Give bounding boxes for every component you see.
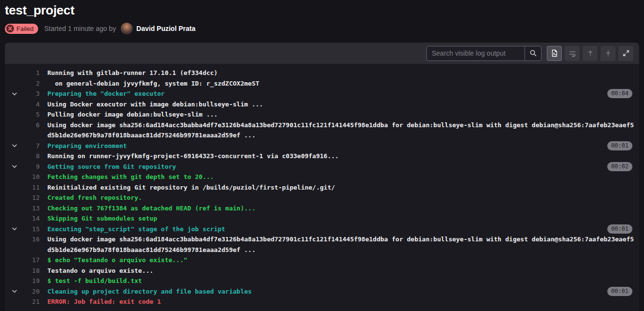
log-line-row: 3 Preparing the "docker" executor 00:04 [5,89,639,99]
page-title: test_project [5,2,639,18]
status-badge[interactable]: Failed [5,24,38,34]
expand-fullscreen-icon [622,49,630,57]
section-chevron-down-icon[interactable] [5,89,24,99]
job-meta-row: Failed Started 1 minute ago by David Puz… [5,22,639,35]
expand-fullscreen-button[interactable] [618,46,633,61]
line-number[interactable]: 1 [24,68,40,78]
search-icon [529,49,537,57]
line-text: ERROR: Job failed: exit code 1 [47,296,639,307]
log-line-row: 17 $ echo "Testando o arquivo existe..." [5,255,639,266]
scroll-to-bottom-button[interactable] [600,46,615,61]
section-duration-badge: 00:01 [607,141,632,150]
author-name[interactable]: David Puziol Prata [136,25,195,32]
line-number[interactable]: 16 [24,234,40,245]
log-line-row: 13 Checking out 767f1384 as detached HEA… [5,203,639,214]
scroll-to-bottom-icon [604,49,612,57]
line-text: Executing "step_script" stage of the job… [47,224,603,235]
section-duration-badge: 00:04 [607,89,632,98]
section-duration-badge: 00:02 [607,162,632,171]
line-number[interactable]: 3 [24,89,40,99]
line-text: Fetching changes with git depth set to 2… [47,172,639,182]
log-line-row: 9 Getting source from Git repository 00:… [5,162,639,172]
line-text: Using Docker executor with image debian:… [47,99,639,110]
line-number[interactable]: 5 [24,109,40,120]
section-chevron-down-icon[interactable] [5,224,24,235]
line-number[interactable]: 6 [24,120,40,131]
job-log-container: 1 Running with gitlab-runner 17.10.1 (ef… [5,43,639,311]
line-text: Reinitialized existing Git repository in… [47,182,639,193]
scroll-to-top-icon [586,49,594,57]
log-line-row: 2 on general-debian jyvyfkmfg, system ID… [5,78,639,89]
line-number[interactable]: 10 [24,172,40,182]
wrap-lines-button[interactable] [565,46,580,61]
line-number[interactable]: 18 [24,266,40,276]
line-text: Running with gitlab-runner 17.10.1 (ef33… [47,68,639,78]
section-chevron-down-icon[interactable] [5,141,24,151]
log-line-row: 6 Using docker image sha256:6ad184acc3ba… [5,120,639,141]
job-header: test_project Failed Started 1 minute ago… [0,0,644,35]
line-text: Skipping Git submodules setup [47,213,639,224]
log-line-row: 10 Fetching changes with git depth set t… [5,172,639,182]
section-chevron-down-icon[interactable] [5,286,24,297]
started-text: Started 1 minute ago by [44,25,116,32]
log-line-row: 15 Executing "step_script" stage of the … [5,224,639,235]
log-toolbar [5,43,639,64]
log-line-row: 20 Cleaning up project directory and fil… [5,286,639,297]
line-number[interactable]: 2 [24,78,40,89]
line-text: $ echo "Testando o arquivo existe..." [47,255,639,266]
line-text: Testando o arquivo existe... [47,266,639,276]
status-badge-label: Failed [16,25,33,33]
line-text: Preparing the "docker" executor [47,89,603,99]
line-number[interactable]: 19 [24,276,40,286]
line-text: Checking out 767f1384 as detached HEAD (… [47,203,639,214]
line-text: Cleaning up project directory and file b… [47,286,603,297]
line-text: Using docker image sha256:6ad184acc3babb… [47,120,639,141]
line-number[interactable]: 11 [24,182,40,193]
log-line-row: 7 Preparing environment 00:01 [5,141,639,151]
line-number[interactable]: 12 [24,193,40,203]
status-failed-icon [6,25,14,32]
line-number[interactable]: 17 [24,255,40,266]
log-output: 1 Running with gitlab-runner 17.10.1 (ef… [5,64,639,311]
line-number[interactable]: 9 [24,162,40,172]
log-line-row: 19 $ test -f build/build.txt [5,276,639,286]
log-line-row: 12 Created fresh repository. [5,193,639,203]
line-text: $ test -f build/build.txt [47,276,639,286]
search-button[interactable] [525,46,541,60]
line-number[interactable]: 14 [24,213,40,224]
log-line-row: 21 ERROR: Job failed: exit code 1 [5,296,639,307]
log-line-row: 5 Pulling docker image debian:bullseye-s… [5,109,639,120]
log-line-row: 14 Skipping Git submodules setup [5,213,639,224]
line-number[interactable]: 13 [24,203,40,214]
wrap-lines-icon [569,49,576,57]
line-text: Running on runner-jyvyfkmfg-project-6916… [47,151,639,162]
log-line-row: 8 Running on runner-jyvyfkmfg-project-69… [5,151,639,162]
raw-log-file-icon [551,49,558,57]
line-number[interactable]: 4 [24,99,40,110]
line-text: on general-debian jyvyfkmfg, system ID: … [47,78,639,89]
line-number[interactable]: 8 [24,151,40,162]
section-chevron-down-icon[interactable] [5,162,24,172]
line-number[interactable]: 21 [24,296,40,307]
log-line-row: 4 Using Docker executor with image debia… [5,99,639,110]
line-text: Using docker image sha256:6ad184acc3babb… [47,234,639,255]
log-line-row: 18 Testando o arquivo existe... [5,266,639,276]
log-lines: 1 Running with gitlab-runner 17.10.1 (ef… [5,68,639,307]
section-duration-badge: 00:01 [607,287,632,296]
line-text: Preparing environment [47,141,603,151]
section-duration-badge: 00:01 [607,224,632,234]
line-number[interactable]: 15 [24,224,40,235]
log-line-row: 1 Running with gitlab-runner 17.10.1 (ef… [5,68,639,78]
search-input[interactable] [427,46,525,60]
line-number[interactable]: 7 [24,141,40,151]
avatar[interactable] [121,23,132,34]
line-text: Pulling docker image debian:bullseye-sli… [47,109,639,120]
line-text: Getting source from Git repository [47,162,603,172]
log-line-row: 16 Using docker image sha256:6ad184acc3b… [5,234,639,255]
line-number[interactable]: 20 [24,286,40,297]
log-line-row: 11 Reinitialized existing Git repository… [5,182,639,193]
log-search [426,46,542,61]
scroll-to-top-button[interactable] [583,46,598,61]
line-text: Created fresh repository. [47,193,639,203]
raw-log-button[interactable] [547,46,562,61]
